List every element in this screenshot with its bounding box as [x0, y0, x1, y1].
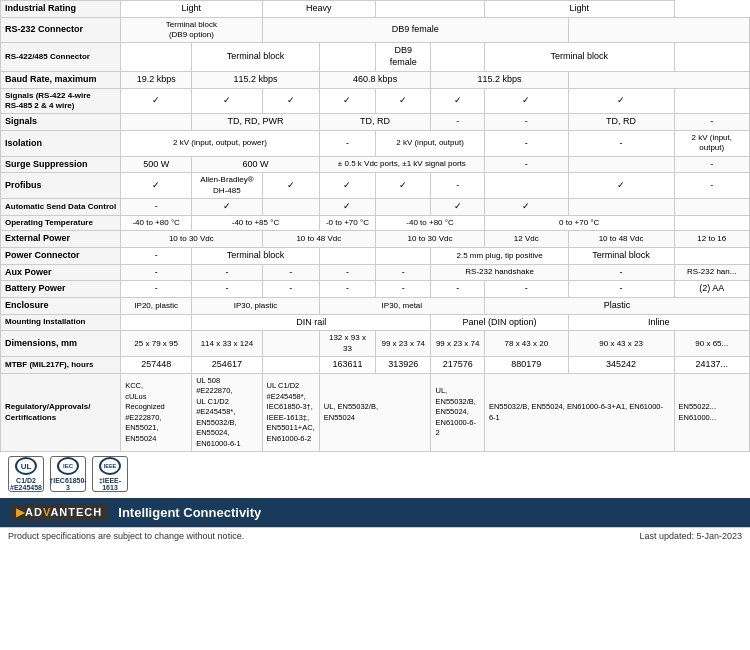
table-row: External Power 10 to 30 Vdc 10 to 48 Vdc… — [1, 231, 750, 248]
table-row: Operating Temperature -40 to +80 °C -40 … — [1, 215, 750, 230]
cell: Inline — [568, 314, 749, 331]
cell — [262, 357, 319, 374]
row-label: Baud Rate, maximum — [1, 71, 121, 88]
cell: Terminal block — [192, 248, 320, 265]
cell: - — [431, 173, 484, 199]
cell — [568, 17, 749, 43]
cell: ✓ — [262, 173, 319, 199]
footer-title: Intelligent Connectivity — [118, 505, 261, 520]
cell: - — [262, 281, 319, 298]
row-label: Surge Suppression — [1, 156, 121, 173]
cell: - — [121, 248, 192, 265]
cell: RS-232 handshake — [431, 264, 568, 281]
cell: TD, RD — [568, 114, 674, 131]
cell: -40 to +80 °C — [376, 215, 485, 230]
table-row: MTBF (MIL217F), hours 257448 254617 1636… — [1, 357, 750, 374]
row-label: MTBF (MIL217F), hours — [1, 357, 121, 374]
cell: 78 x 43 x 20 — [484, 331, 568, 357]
row-label: Regulatory/Approvals/Certifications — [1, 373, 121, 452]
company-logo: ▶ADVANTECH — [10, 504, 108, 521]
row-label: Signals (RS-422 4-wireRS-485 2 & 4 wire) — [1, 88, 121, 114]
cell: Terminal block — [484, 43, 674, 71]
cell: 99 x 23 x 74 — [376, 331, 431, 357]
cell: UL, EN55032/B,EN55024 — [319, 373, 431, 452]
cell: ✓ — [568, 88, 674, 114]
cell: UL 508 #E222870,UL C1/D2#E245458*,EN5503… — [192, 373, 262, 452]
cell: ✓ — [192, 199, 262, 216]
cell: - — [121, 199, 192, 216]
cell: 313926 — [376, 357, 431, 374]
cell: -40 to +80 °C — [121, 215, 192, 230]
cert-icon-ul: UL — [15, 457, 37, 475]
cell: - — [484, 156, 568, 173]
cell: Light — [484, 1, 674, 18]
cell: ✓ — [431, 199, 484, 216]
cell — [319, 248, 375, 265]
cell: - — [431, 114, 484, 131]
cell: - — [262, 264, 319, 281]
row-label: Profibus — [1, 173, 121, 199]
cell: RS-232 han... — [674, 264, 750, 281]
cert-label-2: #E245458 — [10, 484, 42, 491]
table-row: Isolation 2 kV (input, output, power) - … — [1, 131, 750, 157]
cell — [376, 199, 431, 216]
cell: Light — [121, 1, 262, 18]
cert-icon-ieee: IEEE — [99, 457, 121, 475]
cert-icons-row: UL C1/D2 #E245458 IEC †IEC61850-3 IEEE ‡… — [0, 452, 750, 496]
row-label: RS-422/485 Connector — [1, 43, 121, 71]
cell: DB9 female — [262, 17, 568, 43]
cell: ± 0.5 k Vdc ports, ±1 kV signal ports — [319, 156, 484, 173]
cell: ✓ — [484, 199, 568, 216]
cell: Terminal block(DB9 option) — [121, 17, 262, 43]
table-row: Power Connector - Terminal block 2.5 mm … — [1, 248, 750, 265]
cell: 90 x 43 x 23 — [568, 331, 674, 357]
cell: 114 x 33 x 124 — [192, 331, 262, 357]
table-row: Mounting Installation DIN rail Panel (DI… — [1, 314, 750, 331]
footer-bar: ▶ADVANTECH Intelligent Connectivity — [0, 498, 750, 527]
table-container: Industrial Rating Light Heavy Light RS-2… — [0, 0, 750, 452]
page-wrapper: Industrial Rating Light Heavy Light RS-2… — [0, 0, 750, 544]
cert-label-3: †IEC61850-3 — [49, 477, 86, 491]
table-row: Signals (RS-422 4-wireRS-485 2 & 4 wire)… — [1, 88, 750, 114]
cell: - — [192, 264, 262, 281]
cell: Panel (DIN option) — [431, 314, 568, 331]
cell: 10 to 30 Vdc — [376, 231, 485, 248]
row-label: Battery Power — [1, 281, 121, 298]
cell: EN55022...EN61000... — [674, 373, 750, 452]
cell: EN55032/B, EN55024, EN61000-6-3+A1, EN61… — [484, 373, 674, 452]
footer-bottom-bar: Product specifications are subject to ch… — [0, 527, 750, 544]
row-label: Aux Power — [1, 264, 121, 281]
row-label: Dimensions, mm — [1, 331, 121, 357]
table-row: Enclosure IP20, plastic IP30, plastic IP… — [1, 298, 750, 315]
cell: Allen-Bradley®DH-485 — [192, 173, 262, 199]
cell — [674, 88, 750, 114]
cell: - — [484, 281, 568, 298]
cert-icon-iec: IEC — [57, 457, 79, 475]
cell: 2 kV (input, output, power) — [121, 131, 320, 157]
cell: - — [431, 281, 484, 298]
cell: 257448 — [121, 357, 192, 374]
cell: 132 x 93 x 33 — [319, 331, 375, 357]
cell: - — [484, 114, 568, 131]
cert-label-1: C1/D2 — [16, 477, 36, 484]
cell: 600 W — [192, 156, 320, 173]
table-row: Profibus ✓ Allen-Bradley®DH-485 ✓ ✓ ✓ - … — [1, 173, 750, 199]
cell: 10 to 48 Vdc — [568, 231, 674, 248]
cell: - — [674, 156, 750, 173]
cell: 880179 — [484, 357, 568, 374]
cell: 10 to 48 Vdc — [262, 231, 376, 248]
cell: ✓ — [121, 88, 192, 114]
cell: UL C1/D2#E245458*,IEC61850-3†,IEEE-1613‡… — [262, 373, 319, 452]
row-label: Enclosure — [1, 298, 121, 315]
table-row: Aux Power - - - - - RS-232 handshake - R… — [1, 264, 750, 281]
cell: - — [484, 131, 568, 157]
cell — [674, 199, 750, 216]
cert-badge-ul: UL C1/D2 #E245458 — [8, 456, 44, 492]
cert-badge-iec: IEC †IEC61850-3 — [50, 456, 86, 492]
cell: ✓ — [484, 88, 568, 114]
cell: - — [568, 281, 674, 298]
spec-table: Industrial Rating Light Heavy Light RS-2… — [0, 0, 750, 452]
cell: 2 kV (input, output) — [376, 131, 485, 157]
cell: ✓ — [376, 88, 431, 114]
cell: ✓ — [262, 88, 319, 114]
